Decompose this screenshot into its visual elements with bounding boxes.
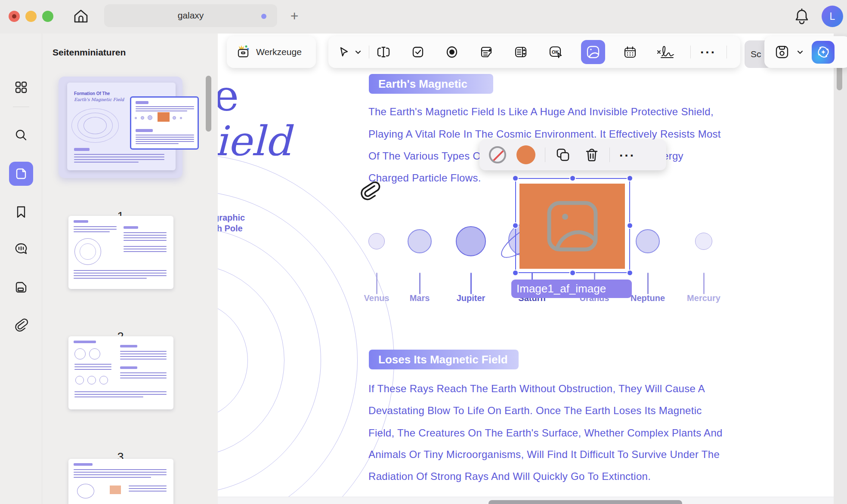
form-fields-icon[interactable] (11, 277, 31, 298)
section1-heading-pill[interactable]: Earth's Magnetic (369, 74, 493, 94)
no-fill-swatch[interactable] (489, 146, 506, 163)
push-button-tool[interactable]: OK (548, 40, 563, 64)
tab-title: galaxy (104, 10, 277, 21)
section2-heading-pill[interactable]: Loses Its Magnetic Field (369, 350, 519, 369)
unsaved-changes-dot (261, 14, 266, 19)
thumbnail-page-4[interactable] (68, 459, 173, 504)
tools-button-label: Werkzeuge (256, 47, 302, 57)
panel-heading: Seitenminiaturen (53, 47, 126, 58)
resize-handle-e[interactable] (627, 222, 633, 229)
save-icon[interactable] (775, 40, 789, 64)
partial-button-label: Sc (751, 49, 761, 59)
body-text-line[interactable]: Of The Various Types Of (368, 150, 484, 162)
orange-fill-swatch[interactable] (516, 145, 535, 164)
document-scroll-gutter (834, 34, 847, 504)
clipped-title-letters: ield (218, 117, 291, 165)
checkbox-tool[interactable] (411, 40, 424, 64)
body-text-line[interactable]: Field, The Creatures On The Earth's Surf… (368, 427, 723, 439)
more-options-ellipsis-icon[interactable]: ... (619, 145, 635, 165)
resize-handle-ne[interactable] (627, 175, 633, 181)
bottom-page-bar[interactable] (488, 500, 682, 504)
geographic-pole-label: graphic th Pole (218, 212, 245, 234)
document-tab[interactable]: galaxy (104, 4, 277, 27)
combo-box-tool[interactable] (514, 40, 528, 64)
resize-handle-s[interactable] (569, 270, 576, 276)
main-toolbar: OK ... (328, 36, 740, 68)
thumb1-field-diagram (83, 117, 107, 134)
duplicate-icon[interactable] (555, 147, 571, 163)
thumb1-viewport-indicator[interactable] (130, 96, 199, 150)
clipped-title-letter: e (218, 71, 239, 121)
minimize-window-button[interactable] (25, 11, 37, 22)
thumb1-pill (74, 148, 90, 151)
page-thumbnails-panel: Seitenminiaturen Formation Of The Earth'… (42, 34, 218, 504)
image-field-name-label: Image1_af_image (511, 280, 632, 298)
search-icon[interactable] (11, 125, 31, 145)
resize-handle-nw[interactable] (512, 175, 519, 181)
thumbnail-page-2[interactable] (68, 216, 173, 289)
selection-frame (515, 178, 630, 273)
panel-scrollbar-thumb[interactable] (206, 76, 211, 132)
body-text-line[interactable]: Devastating Blow To Life On Earth. Once … (368, 405, 702, 417)
resize-handle-sw[interactable] (512, 270, 519, 276)
thumb1-title-line1: Formation Of The (74, 91, 110, 96)
resize-handle-se[interactable] (627, 270, 633, 276)
cursor-dropdown-chevron-icon[interactable] (354, 40, 362, 64)
window-titlebar: galaxy + L (0, 0, 847, 34)
zoom-window-button[interactable] (42, 11, 53, 22)
close-window-button[interactable] (9, 11, 20, 22)
thumbnail-page-1[interactable]: Formation Of The Earth's Magnetic Field (67, 83, 176, 170)
body-text-line[interactable]: Radiation Of Strong Rays And Will Quickl… (368, 470, 651, 482)
planet-venus[interactable] (368, 233, 385, 249)
home-icon[interactable] (71, 7, 90, 26)
more-tools-ellipsis-icon[interactable]: ... (700, 40, 716, 64)
rail-divider (13, 107, 29, 107)
paperclip-annotation-icon[interactable] (359, 179, 380, 201)
thumbnail-page-3[interactable] (68, 336, 173, 409)
body-text-line[interactable]: Charged Particle Flows. (368, 172, 481, 184)
planet-mercury[interactable] (695, 233, 712, 250)
save-actions-card (764, 36, 847, 68)
resize-handle-n[interactable] (569, 175, 576, 181)
bookmarks-icon[interactable] (11, 201, 31, 222)
grid-view-icon[interactable] (11, 77, 31, 98)
body-text-line[interactable]: Playing A Vital Role In The Cosmic Envir… (368, 128, 721, 140)
body-text-line[interactable]: The Earth's Magnetic Field Is Like A Hug… (368, 106, 714, 118)
attachments-paperclip-icon[interactable] (11, 314, 31, 335)
image-field-tool-active[interactable] (581, 40, 605, 64)
resize-handle-w[interactable] (512, 222, 519, 229)
text-field-tool[interactable] (376, 40, 391, 64)
new-tab-button[interactable]: + (287, 9, 301, 23)
ai-assistant-button[interactable] (812, 41, 835, 64)
page-thumbnails-tab-active[interactable] (9, 162, 33, 186)
notifications-bell-icon[interactable] (792, 7, 811, 26)
user-avatar[interactable]: L (822, 6, 843, 27)
document-canvas[interactable]: e ield graphic th Pole Earth's Magnetic … (218, 34, 834, 504)
signature-field-tool[interactable] (656, 40, 675, 64)
date-field-calendar-tool[interactable] (623, 40, 637, 64)
object-context-toolbar: ... (479, 139, 666, 170)
planet-label-venus: Venus (364, 293, 389, 303)
thumb1-title-line2: Earth's Magnetic Field (74, 97, 124, 102)
planet-label-mars: Mars (410, 293, 430, 303)
toolbox-icon (235, 43, 251, 61)
tools-button[interactable]: Werkzeuge (227, 36, 316, 68)
left-icon-rail (0, 34, 42, 504)
avatar-letter: L (830, 11, 835, 22)
delete-trash-icon[interactable] (584, 147, 600, 163)
thumb1-image-marker (158, 112, 170, 122)
list-box-tool[interactable] (479, 40, 493, 64)
planet-label-mercury: Mercury (687, 293, 720, 303)
planet-neptune[interactable] (636, 229, 660, 253)
body-text-line[interactable]: If These Rays Reach The Earth Without Ob… (368, 383, 705, 395)
planet-label-jupiter: Jupiter (457, 293, 485, 303)
planet-mars[interactable] (408, 229, 432, 253)
radio-button-tool[interactable] (445, 40, 459, 64)
save-dropdown-chevron-icon[interactable] (796, 40, 804, 64)
planet-jupiter[interactable] (456, 226, 486, 256)
comments-icon[interactable] (11, 239, 31, 259)
planet-label-neptune: Neptune (631, 293, 665, 303)
select-cursor-tool[interactable] (338, 40, 350, 64)
body-text-line[interactable]: Animals Or Tiny Microorganisms, Will Fin… (368, 449, 720, 461)
